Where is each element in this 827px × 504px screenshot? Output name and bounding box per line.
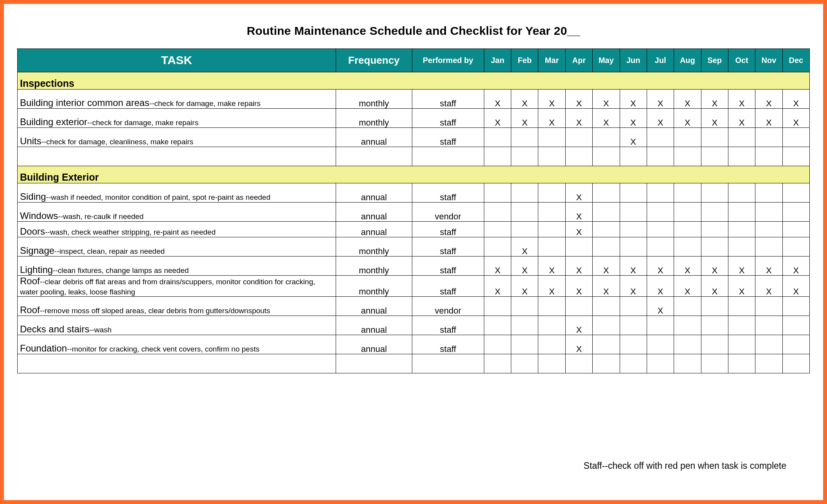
- month-cell: [674, 335, 701, 354]
- month-cell: [538, 316, 565, 335]
- month-cell: [755, 316, 782, 335]
- month-cell: [647, 222, 674, 237]
- month-cell: [701, 183, 728, 203]
- month-cell: [755, 237, 782, 256]
- blank-row: [18, 147, 810, 166]
- month-cell: [538, 237, 565, 256]
- blank-cell: [484, 147, 511, 166]
- month-cell: X: [538, 256, 565, 276]
- month-cell: [484, 296, 511, 316]
- header-month-jun: Jun: [620, 49, 647, 72]
- task-cell: Decks and stairs--wash: [18, 316, 336, 335]
- month-cell: [484, 316, 511, 335]
- month-cell: [674, 237, 701, 256]
- month-cell: X: [647, 109, 674, 128]
- month-cell: [620, 183, 647, 203]
- task-name: Signage: [20, 245, 54, 256]
- month-cell: X: [701, 109, 728, 128]
- month-cell: [511, 316, 538, 335]
- month-cell: [538, 335, 565, 354]
- performed-by-cell: vendor: [412, 296, 484, 316]
- task-name: Decks and stairs: [20, 324, 89, 334]
- header-month-may: May: [593, 49, 620, 72]
- blank-cell: [593, 354, 620, 373]
- month-cell: X: [511, 256, 538, 276]
- month-cell: [755, 183, 782, 203]
- month-cell: [701, 222, 728, 237]
- blank-cell: [755, 354, 782, 373]
- month-cell: X: [674, 276, 701, 297]
- blank-task-cell: [18, 354, 336, 373]
- task-cell: Units--check for damage, cleanliness, ma…: [18, 128, 336, 147]
- task-desc: --wash: [89, 326, 111, 334]
- month-cell: X: [565, 203, 592, 222]
- month-cell: [511, 335, 538, 354]
- header-month-dec: Dec: [782, 49, 809, 72]
- month-cell: [782, 203, 809, 222]
- month-cell: [593, 128, 620, 147]
- month-cell: [728, 335, 755, 354]
- month-cell: [538, 203, 565, 222]
- task-cell: Signage--inspect, clean, repair as neede…: [18, 237, 336, 256]
- month-cell: X: [647, 256, 674, 276]
- task-name: Windows: [20, 210, 58, 221]
- month-cell: X: [593, 90, 620, 109]
- month-cell: X: [674, 90, 701, 109]
- blank-cell: [782, 147, 809, 166]
- blank-cell: [565, 354, 592, 373]
- table-row: Roof--remove moss off sloped areas, clea…: [18, 296, 810, 316]
- task-cell: Foundation--monitor for cracking, check …: [18, 335, 336, 354]
- month-cell: X: [647, 296, 674, 316]
- task-desc: --wash, re-caulk if needed: [58, 212, 144, 221]
- month-cell: [511, 183, 538, 203]
- month-cell: [538, 183, 565, 203]
- header-frequency: Frequency: [336, 49, 412, 72]
- task-cell: Roof--clear debris off flat areas and fr…: [18, 276, 336, 297]
- month-cell: [701, 203, 728, 222]
- month-cell: X: [511, 237, 538, 256]
- task-desc: --inspect, clean, repair as needed: [54, 247, 165, 255]
- blank-cell: [728, 147, 755, 166]
- month-cell: [620, 222, 647, 237]
- blank-row: [18, 354, 810, 373]
- month-cell: X: [755, 109, 782, 128]
- table-row: Decks and stairs--washannualstaffX: [18, 316, 810, 335]
- month-cell: [565, 237, 592, 256]
- frequency-cell: monthly: [336, 109, 412, 128]
- month-cell: [755, 128, 782, 147]
- month-cell: [782, 296, 809, 316]
- performed-by-cell: staff: [412, 256, 484, 276]
- blank-cell: [336, 354, 412, 373]
- task-desc: --check for damage, cleanliness, make re…: [41, 138, 194, 146]
- month-cell: [593, 222, 620, 237]
- header-month-aug: Aug: [674, 49, 701, 72]
- blank-cell: [755, 147, 782, 166]
- month-cell: [565, 296, 592, 316]
- month-cell: [647, 183, 674, 203]
- frequency-cell: monthly: [336, 237, 412, 256]
- month-cell: [782, 335, 809, 354]
- frequency-cell: annual: [336, 203, 412, 222]
- table-row: Siding--wash if needed, monitor conditio…: [18, 183, 810, 203]
- blank-cell: [511, 147, 538, 166]
- performed-by-cell: staff: [412, 183, 484, 203]
- month-cell: X: [728, 109, 755, 128]
- task-name: Roof: [20, 276, 40, 286]
- month-cell: X: [782, 109, 809, 128]
- frequency-cell: monthly: [336, 256, 412, 276]
- blank-cell: [674, 354, 701, 373]
- month-cell: [565, 128, 592, 147]
- performed-by-cell: staff: [412, 109, 484, 128]
- month-cell: [782, 237, 809, 256]
- month-cell: X: [728, 256, 755, 276]
- performed-by-cell: staff: [412, 335, 484, 354]
- month-cell: X: [593, 256, 620, 276]
- month-cell: X: [728, 90, 755, 109]
- month-cell: X: [782, 90, 809, 109]
- month-cell: [728, 296, 755, 316]
- month-cell: [674, 203, 701, 222]
- month-cell: [755, 222, 782, 237]
- task-desc: --clean fixtures, change lamps as needed: [53, 266, 189, 274]
- task-desc: --check for damage, make repairs: [149, 99, 261, 108]
- table-row: Doors--wash, check weather stripping, re…: [18, 222, 810, 237]
